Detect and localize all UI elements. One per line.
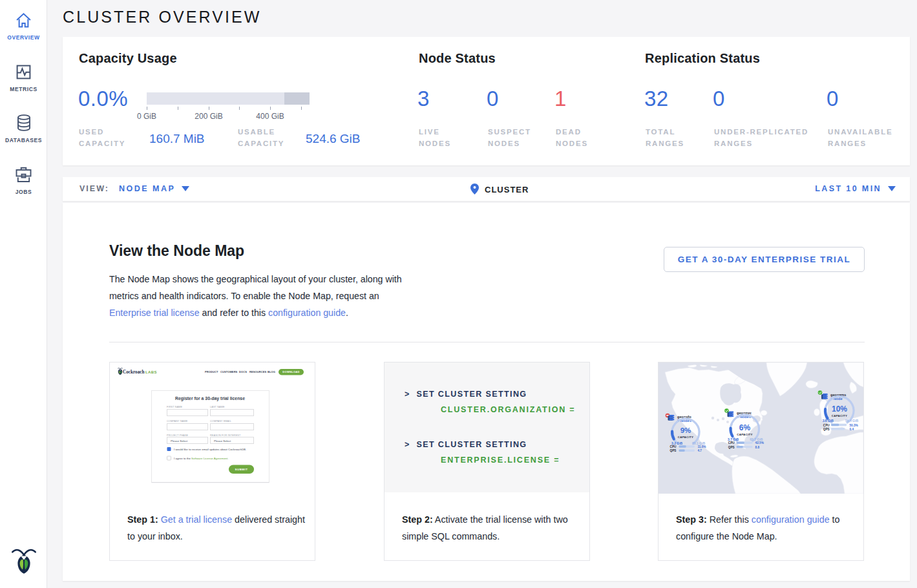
svg-text:DOWNLOAD: DOWNLOAD xyxy=(282,370,299,373)
svg-text:RESOURCES: RESOURCES xyxy=(249,370,266,373)
svg-text:QPS: QPS xyxy=(670,449,677,452)
svg-text:I agree to the Software Licens: I agree to the Software License Agreemen… xyxy=(174,457,228,460)
svg-text:50.3%: 50.3% xyxy=(850,424,859,427)
svg-text:11.0%: 11.0% xyxy=(697,445,706,448)
svg-text:BLOG: BLOG xyxy=(268,370,275,373)
svg-text:56.4 GiB: 56.4 GiB xyxy=(845,419,858,423)
svg-text:QPS: QPS xyxy=(728,446,735,449)
svg-text:CPU: CPU xyxy=(728,441,735,445)
svg-text:QPS: QPS xyxy=(823,428,830,431)
svg-text:6%: 6% xyxy=(739,423,751,432)
svg-text:8.8: 8.8 xyxy=(755,446,760,449)
svg-text:CUSTOMERS: CUSTOMERS xyxy=(220,370,238,373)
svg-text:3.6 GiB: 3.6 GiB xyxy=(823,419,834,423)
svg-text:DOCS: DOCS xyxy=(239,370,247,373)
svg-text:LABS: LABS xyxy=(145,370,157,374)
svg-text:I would like to receive email: I would like to receive email updates ab… xyxy=(174,448,246,451)
svg-text:4.7: 4.7 xyxy=(697,449,702,452)
svg-text:65.7 GiB: 65.7 GiB xyxy=(750,437,763,441)
svg-text:CAPACITY: CAPACITY xyxy=(678,436,694,439)
svg-text:9%: 9% xyxy=(680,426,691,434)
svg-text:35.1 GiB: 35.1 GiB xyxy=(692,441,705,445)
svg-text:3.2 GiB: 3.2 GiB xyxy=(671,441,683,445)
svg-text:10%: 10% xyxy=(832,404,847,414)
svg-text:Please Select: Please Select xyxy=(171,439,188,443)
svg-text:CPU: CPU xyxy=(670,445,677,448)
svg-text:COMPANY EMAIL: COMPANY EMAIL xyxy=(210,420,231,423)
svg-text:LAST NAME: LAST NAME xyxy=(210,406,225,408)
svg-text:Cockroach: Cockroach xyxy=(123,370,144,375)
svg-text:FIRST NAME: FIRST NAME xyxy=(167,406,183,408)
svg-text:0.4: 0.4 xyxy=(850,428,854,431)
svg-text:REASON FOR INTEREST: REASON FOR INTEREST xyxy=(210,434,241,437)
svg-text:Register for a 30-day trial li: Register for a 30-day trial license xyxy=(175,396,245,401)
svg-text:42.5%: 42.5% xyxy=(755,441,764,445)
svg-text:PRODUCT: PRODUCT xyxy=(205,370,218,373)
svg-text:COMPANY NAME: COMPANY NAME xyxy=(167,420,188,423)
svg-text:SUBMIT: SUBMIT xyxy=(235,468,248,471)
svg-text:CAPACITY: CAPACITY xyxy=(737,433,753,436)
svg-text:CAPACITY: CAPACITY xyxy=(832,414,848,417)
svg-text:Please Select: Please Select xyxy=(214,439,231,443)
svg-text:PROJECT PHASE: PROJECT PHASE xyxy=(167,434,189,437)
svg-text:3.7 GiB: 3.7 GiB xyxy=(728,437,739,441)
svg-text:CPU: CPU xyxy=(823,424,830,427)
